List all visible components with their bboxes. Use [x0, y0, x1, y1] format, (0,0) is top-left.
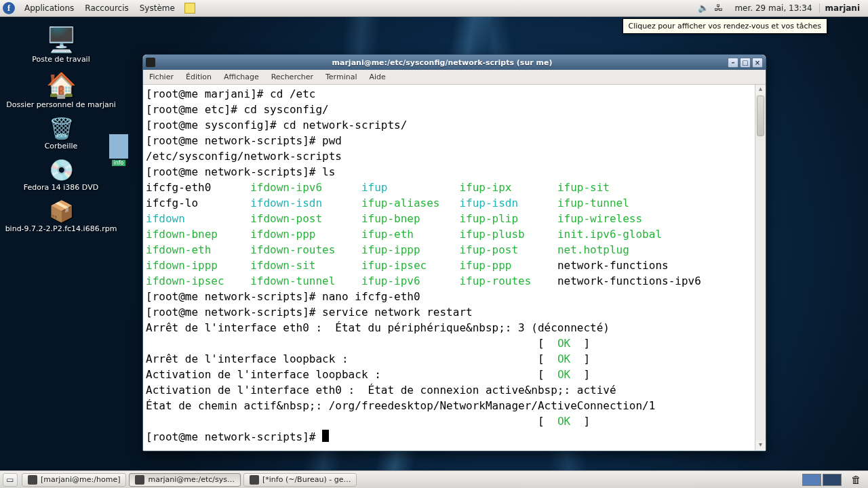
scroll-up-icon[interactable]: ▴: [755, 85, 766, 95]
workspace-2[interactable]: [823, 474, 842, 486]
desktop-label: Fedora 14 i386 DVD: [0, 183, 122, 192]
workspace-pager[interactable]: [802, 474, 842, 486]
terminal-menu-file[interactable]: Fichier: [143, 70, 180, 84]
desktop-label: Poste de travail: [0, 55, 122, 64]
terminal-menu-view[interactable]: Affichage: [218, 70, 265, 84]
taskbar-task[interactable]: [*info (~/Bureau) - ge…: [243, 473, 357, 487]
terminal-scrollbar[interactable]: ▴ ▾: [755, 85, 766, 451]
window-maximize-button[interactable]: □: [740, 58, 751, 68]
menu-applications[interactable]: Applications: [19, 0, 79, 16]
terminal-menu-edit[interactable]: Édition: [180, 70, 218, 84]
desktop-icon-info-file[interactable]: info: [105, 134, 132, 166]
window-close-button[interactable]: ×: [752, 58, 763, 68]
menu-system[interactable]: Système: [134, 0, 180, 16]
window-minimize-button[interactable]: –: [728, 58, 738, 68]
top-panel: f Applications Raccourcis Système mer. 2…: [0, 0, 868, 17]
desktop-icon-home[interactable]: 🏠 Dossier personnel de marjani: [0, 73, 122, 109]
taskbar-task[interactable]: [marjani@me:/home]: [22, 473, 126, 487]
desktop-label: Corbeille: [0, 142, 122, 150]
window-titlebar[interactable]: marjani@me:/etc/sysconfig/network-script…: [143, 55, 766, 70]
disc-icon: 💿: [0, 160, 122, 180]
bottom-panel: ▭ [marjani@me:/home]marjani@me:/etc/sys……: [0, 470, 868, 488]
desktop-icon-trash[interactable]: 🗑️ Corbeille: [0, 119, 122, 150]
file-icon: [109, 134, 128, 159]
volume-icon[interactable]: [698, 3, 709, 14]
computer-icon: 🖥️: [0, 28, 122, 52]
task-app-icon: [135, 475, 144, 485]
menu-places[interactable]: Raccourcis: [79, 0, 134, 16]
task-label: marjani@me:/etc/sys…: [148, 475, 235, 484]
trash-icon: 🗑️: [0, 119, 122, 139]
desktop-icons: 🖥️ Poste de travail 🏠 Dossier personnel …: [0, 24, 136, 243]
scroll-down-icon[interactable]: ▾: [755, 441, 766, 451]
desktop-icon-rpm[interactable]: 📦 bind-9.7.2-2.P2.fc14.i686.rpm: [0, 201, 122, 233]
fedora-logo-icon[interactable]: f: [3, 2, 15, 14]
show-desktop-button[interactable]: ▭: [3, 473, 18, 487]
network-icon[interactable]: [714, 3, 725, 14]
clock-tooltip: Cliquez pour afficher vos rendez-vous et…: [623, 18, 827, 34]
terminal-menu-help[interactable]: Aide: [363, 70, 391, 84]
desktop-label: info: [112, 160, 125, 166]
task-app-icon: [250, 475, 259, 485]
user-menu[interactable]: marjani: [819, 3, 865, 13]
terminal-menu-terminal[interactable]: Terminal: [319, 70, 363, 84]
workspace-1[interactable]: [802, 474, 821, 486]
desktop-icon-dvd[interactable]: 💿 Fedora 14 i386 DVD: [0, 160, 122, 192]
terminal-window: marjani@me:/etc/sysconfig/network-script…: [142, 54, 766, 451]
terminal-menubar: Fichier Édition Affichage Rechercher Ter…: [143, 70, 766, 85]
terminal-menu-search[interactable]: Rechercher: [265, 70, 319, 84]
task-app-icon: [28, 475, 37, 485]
terminal-app-icon: [146, 58, 155, 67]
clock[interactable]: mer. 29 mai, 13:34: [728, 3, 818, 13]
task-label: [*info (~/Bureau) - ge…: [262, 475, 351, 484]
desktop-label: Dossier personnel de marjani: [0, 100, 122, 109]
desktop-icon-computer[interactable]: 🖥️ Poste de travail: [0, 28, 122, 64]
terminal-output[interactable]: [root@me marjani]# cd /etc [root@me etc]…: [143, 85, 755, 451]
taskbar-task[interactable]: marjani@me:/etc/sys…: [129, 473, 241, 487]
window-title: marjani@me:/etc/sysconfig/network-script…: [158, 58, 726, 67]
home-folder-icon: 🏠: [0, 73, 122, 98]
desktop-label: bind-9.7.2-2.P2.fc14.i686.rpm: [0, 224, 122, 233]
notes-launcher-icon[interactable]: [184, 3, 195, 14]
scrollbar-thumb[interactable]: [757, 96, 764, 136]
panel-trash-icon[interactable]: 🗑: [851, 474, 861, 486]
package-icon: 📦: [0, 201, 122, 222]
task-label: [marjani@me:/home]: [41, 475, 120, 484]
